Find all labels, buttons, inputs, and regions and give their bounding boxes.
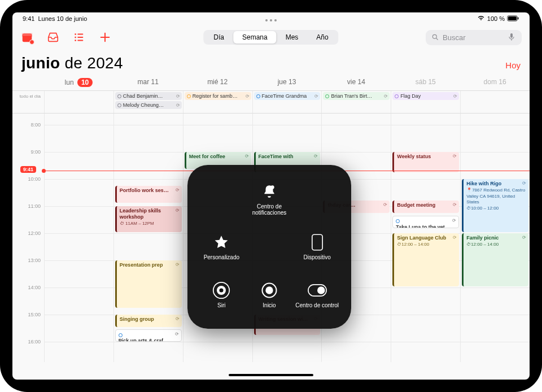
- view-segmented-control: Día Semana Mes Año: [203, 30, 338, 45]
- siri-icon: [212, 281, 231, 300]
- allday-row: todo el día Chad Benjamin…⟳Melody Cheung…: [12, 91, 530, 114]
- allday-sat[interactable]: Flag Day⟳: [391, 91, 460, 113]
- allday-event[interactable]: Register for samb…⟳: [185, 92, 251, 100]
- at-home[interactable]: Inicio: [246, 271, 294, 319]
- allday-event[interactable]: Chad Benjamin…⟳: [115, 92, 182, 100]
- app-toolbar: Día Semana Mes Año Buscar: [12, 25, 530, 50]
- svg-rect-8: [77, 37, 83, 38]
- calendar-event[interactable]: Portfolio work ses…⟳: [115, 186, 182, 203]
- calendar-event[interactable]: Leadership skills workshop⏱ 11AM – 12PM⟳: [115, 206, 182, 232]
- hour-label: 13:00: [28, 258, 41, 263]
- seg-week[interactable]: Semana: [233, 31, 277, 43]
- svg-point-21: [220, 289, 224, 293]
- svg-rect-15: [510, 33, 513, 38]
- inbox-icon[interactable]: [46, 31, 60, 44]
- svg-point-7: [75, 37, 76, 38]
- status-time: 9:41: [23, 15, 34, 22]
- today-date-badge: 10: [77, 78, 93, 87]
- multitask-dots[interactable]: [265, 19, 277, 21]
- at-custom[interactable]: Personalizado: [198, 223, 246, 271]
- search-placeholder: Buscar: [443, 33, 504, 42]
- day-head-thu[interactable]: jue 13: [252, 76, 322, 90]
- allday-event[interactable]: Melody Cheung…⟳: [115, 101, 182, 109]
- svg-point-5: [75, 33, 76, 35]
- svg-point-25: [317, 286, 325, 294]
- search-icon: [431, 33, 439, 41]
- allday-fri[interactable]: Brian Tran's Birt…⟳: [321, 91, 391, 113]
- control-center-icon: [308, 281, 327, 300]
- day-head-sun[interactable]: dom 16: [460, 76, 530, 90]
- svg-point-17: [270, 185, 274, 189]
- notification-badge: [29, 40, 34, 45]
- col-tue[interactable]: Portfolio work ses…⟳Leadership skills wo…: [113, 114, 183, 362]
- allday-event[interactable]: FaceTime Grandma⟳: [254, 92, 321, 100]
- allday-event[interactable]: Flag Day⟳: [392, 92, 459, 100]
- battery-icon: [507, 15, 519, 23]
- calendar-event[interactable]: Presentation prep⟳: [115, 260, 182, 308]
- hour-label: 12:00: [28, 230, 41, 236]
- day-head-sat[interactable]: sáb 15: [391, 76, 460, 90]
- day-headers: lun 10 mar 11 mié 12 jue 13 vie 14 sáb 1…: [12, 76, 530, 91]
- assistivetouch-menu: Centro de notificaciones Personalizado D…: [187, 165, 351, 329]
- day-head-wed[interactable]: mié 12: [183, 76, 252, 90]
- month-header: junio de 2024 Hoy: [12, 50, 530, 76]
- search-input[interactable]: Buscar: [426, 30, 522, 45]
- status-date: Lunes 10 de junio: [38, 15, 87, 22]
- seg-month[interactable]: Mes: [277, 31, 308, 43]
- add-icon[interactable]: [98, 31, 112, 44]
- calendar-event[interactable]: Budget meeting⟳: [392, 201, 459, 213]
- today-button[interactable]: Hoy: [505, 60, 521, 70]
- bell-icon: [260, 182, 279, 201]
- hour-label: 16:00: [28, 339, 41, 345]
- home-icon: [260, 281, 279, 300]
- hour-label: 9:00: [30, 149, 41, 155]
- day-head-tue[interactable]: mar 11: [113, 76, 183, 90]
- screen: 9:41 Lunes 10 de junio 100 %: [12, 12, 530, 380]
- at-siri[interactable]: Siri: [198, 271, 246, 319]
- calendar-event[interactable]: Family picnic⏱12:00 – 14:00⟳: [462, 233, 528, 286]
- page-title: junio de 2024: [21, 54, 123, 72]
- calendar-event[interactable]: Pick up arts & craf…⟳: [115, 329, 182, 342]
- day-head-mon[interactable]: lun 10: [44, 76, 113, 90]
- col-mon[interactable]: [44, 114, 113, 362]
- svg-line-14: [436, 38, 438, 40]
- calendar-event[interactable]: Weekly status⟳: [392, 152, 459, 172]
- seg-day[interactable]: Día: [204, 31, 233, 43]
- calendar-event[interactable]: Hike with Rigo📍7867 Redwood Rd, Castro V…: [462, 179, 528, 232]
- svg-rect-10: [77, 40, 83, 41]
- now-time-badge: 9:41: [20, 166, 36, 173]
- hour-label: 15:00: [28, 312, 41, 317]
- allday-label: todo el día: [12, 91, 44, 113]
- allday-event[interactable]: Brian Tran's Birt…⟳: [323, 92, 390, 100]
- mic-icon[interactable]: [507, 32, 516, 43]
- svg-rect-4: [23, 34, 32, 37]
- calendar-icon[interactable]: [20, 31, 34, 44]
- allday-sun[interactable]: [460, 91, 530, 113]
- hour-label: 11:00: [28, 203, 41, 209]
- home-indicator[interactable]: [229, 374, 313, 376]
- list-icon[interactable]: [72, 31, 86, 44]
- svg-rect-18: [312, 235, 322, 251]
- status-bar: 9:41 Lunes 10 de junio 100 %: [12, 12, 530, 25]
- allday-thu[interactable]: FaceTime Grandma⟳: [252, 91, 322, 113]
- at-device[interactable]: Dispositivo: [293, 223, 341, 271]
- svg-point-13: [432, 34, 436, 38]
- allday-tue[interactable]: Chad Benjamin…⟳Melody Cheung…⟳: [113, 91, 183, 113]
- col-sun[interactable]: Hike with Rigo📍7867 Redwood Rd, Castro V…: [460, 114, 530, 362]
- battery-text: 100 %: [487, 15, 505, 22]
- svg-point-23: [265, 286, 273, 294]
- calendar-event[interactable]: Take Luna to the vet⟳: [392, 216, 459, 228]
- at-notifications[interactable]: Centro de notificaciones: [246, 175, 294, 223]
- hour-label: 8:00: [30, 122, 41, 128]
- calendar-event[interactable]: Singing group⟳: [115, 315, 182, 327]
- svg-point-9: [75, 40, 76, 41]
- allday-mon[interactable]: [44, 91, 113, 113]
- col-sat[interactable]: Weekly status⟳Budget meeting⟳Take Luna t…: [391, 114, 460, 362]
- calendar-event[interactable]: Sign Language Club⏱12:00 – 14:00⟳: [392, 233, 459, 286]
- day-head-fri[interactable]: vie 14: [321, 76, 391, 90]
- seg-year[interactable]: Año: [307, 31, 337, 43]
- device-icon: [308, 233, 327, 252]
- hours-gutter: 8:009:0010:0011:0012:0013:0014:0015:0016…: [12, 114, 44, 362]
- allday-wed[interactable]: Register for samb…⟳: [183, 91, 252, 113]
- at-control-center[interactable]: Centro de control: [293, 271, 341, 319]
